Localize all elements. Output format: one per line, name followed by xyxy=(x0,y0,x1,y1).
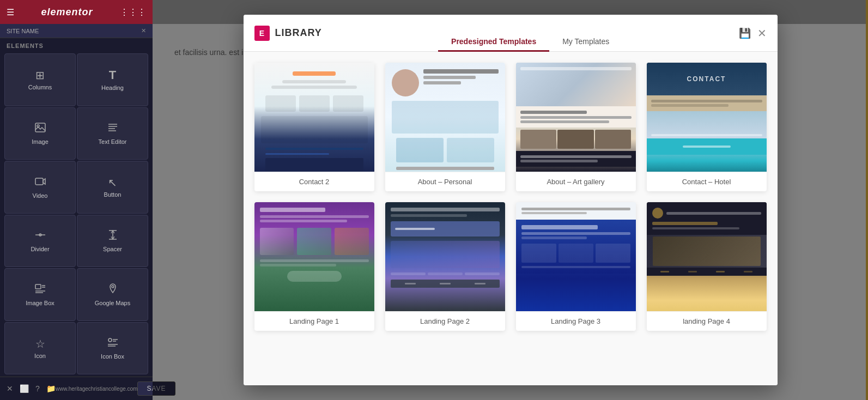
sidebar-item-button[interactable]: ↖ Button xyxy=(77,161,148,214)
template-name-about-art: About – Art gallery xyxy=(516,172,636,191)
elements-heading: ELEMENTS xyxy=(0,38,153,51)
icon-icon: ☆ xyxy=(35,337,45,350)
divider-icon xyxy=(34,229,46,244)
template-name-landing3: Landing Page 3 xyxy=(516,311,636,331)
sidebar-header: ☰ elementor ⋮⋮⋮ xyxy=(0,0,153,24)
template-card-about-personal[interactable]: About – Personal xyxy=(385,63,505,191)
sidebar: ☰ elementor ⋮⋮⋮ SITE NAME ✕ ELEMENTS ⊞ C… xyxy=(0,0,153,400)
columns-icon: ⊞ xyxy=(35,69,45,82)
sidebar-item-heading[interactable]: T Heading xyxy=(77,53,148,106)
template-preview-about-art xyxy=(516,63,636,172)
grid-icon[interactable]: ⋮⋮⋮ xyxy=(120,7,146,17)
template-card-about-art[interactable]: About – Art gallery xyxy=(516,63,636,191)
svg-rect-12 xyxy=(35,284,41,289)
sidebar-item-text-editor[interactable]: Text Editor xyxy=(77,107,148,160)
sidebar-item-icon-box[interactable]: Icon Box xyxy=(77,322,148,375)
template-card-landing3[interactable]: Landing Page 3 xyxy=(516,202,636,331)
template-preview-about-personal xyxy=(385,63,505,172)
template-preview-contact-hotel: CONTACT xyxy=(647,63,767,172)
svg-rect-0 xyxy=(35,123,45,132)
library-tabs: Predesigned Templates My Templates xyxy=(322,23,739,43)
templates-grid: Contact 2 xyxy=(254,63,767,331)
site-url: www.heritagechristiancollege.com xyxy=(56,386,138,392)
heading-label: Heading xyxy=(101,84,124,91)
sidebar-item-divider[interactable]: Divider xyxy=(4,215,76,268)
tab-my-templates[interactable]: My Templates xyxy=(549,33,622,52)
icon-box-icon xyxy=(107,336,119,351)
template-preview-landing3 xyxy=(516,202,636,311)
text-editor-icon xyxy=(107,122,119,136)
site-label-text: SITE NAME xyxy=(7,28,39,34)
library-header: E LIBRARY Predesigned Templates My Templ… xyxy=(244,15,778,52)
google-maps-label: Google Maps xyxy=(95,300,130,306)
sidebar-footer: ✕ ⬜ ? 📁 www.heritagechristiancollege.com… xyxy=(0,377,153,400)
button-label: Button xyxy=(104,191,122,198)
template-name-about-personal: About – Personal xyxy=(385,172,505,191)
library-elementor-icon: E xyxy=(254,26,270,41)
template-preview-landing2 xyxy=(385,202,505,311)
image-label: Image xyxy=(32,138,48,145)
sidebar-item-image[interactable]: Image xyxy=(4,107,76,160)
video-icon xyxy=(34,175,46,190)
responsive-icon[interactable]: ⬜ xyxy=(20,384,29,393)
sidebar-item-icon[interactable]: ☆ Icon xyxy=(4,322,76,375)
close-icon[interactable]: ✕ xyxy=(7,384,13,393)
library-modal: E LIBRARY Predesigned Templates My Templ… xyxy=(244,15,778,385)
button-icon: ↖ xyxy=(108,176,117,189)
spacer-icon xyxy=(107,229,119,244)
elementor-logo: elementor xyxy=(41,7,93,18)
hamburger-icon[interactable]: ☰ xyxy=(7,7,14,17)
library-save-icon[interactable]: 💾 xyxy=(739,27,751,39)
template-name-landing2: Landing Page 2 xyxy=(385,311,505,331)
folder-icon[interactable]: 📁 xyxy=(46,384,56,393)
template-card-contact-hotel[interactable]: CONTACT xyxy=(647,63,767,191)
template-name-landing1: Landing Page 1 xyxy=(254,311,374,331)
icon-box-label: Icon Box xyxy=(101,353,124,360)
image-box-label: Image Box xyxy=(26,300,54,306)
library-title: LIBRARY xyxy=(275,27,322,39)
template-card-contact2[interactable]: Contact 2 xyxy=(254,63,374,191)
elements-grid: ⊞ Columns T Heading Image xyxy=(0,51,153,377)
template-card-landing1[interactable]: Landing Page 1 xyxy=(254,202,374,331)
sidebar-item-spacer[interactable]: Spacer xyxy=(77,215,148,268)
svg-rect-6 xyxy=(35,178,43,185)
divider-label: Divider xyxy=(31,246,49,252)
svg-point-17 xyxy=(112,286,114,288)
svg-point-18 xyxy=(108,338,112,342)
close-sidebar-icon[interactable]: ✕ xyxy=(141,27,146,34)
tab-predesigned[interactable]: Predesigned Templates xyxy=(438,33,549,52)
sidebar-item-video[interactable]: Video xyxy=(4,161,76,214)
library-header-actions: 💾 ✕ xyxy=(739,27,767,40)
help-icon[interactable]: ? xyxy=(35,384,40,393)
template-preview-landing4 xyxy=(647,202,767,311)
template-name-landing4: landing Page 4 xyxy=(647,311,767,331)
sidebar-item-google-maps[interactable]: Google Maps xyxy=(77,268,148,321)
sidebar-item-columns[interactable]: ⊞ Columns xyxy=(4,53,76,106)
template-preview-contact2 xyxy=(254,63,374,172)
modal-overlay[interactable]: E LIBRARY Predesigned Templates My Templ… xyxy=(153,0,868,400)
image-box-icon xyxy=(34,283,46,298)
sidebar-item-image-box[interactable]: Image Box xyxy=(4,268,76,321)
template-name-contact2: Contact 2 xyxy=(254,172,374,191)
footer-icons: ✕ ⬜ ? 📁 xyxy=(7,384,56,393)
library-close-icon[interactable]: ✕ xyxy=(757,27,767,40)
heading-icon: T xyxy=(109,68,116,82)
spacer-label: Spacer xyxy=(103,246,122,252)
site-label-bar: SITE NAME ✕ xyxy=(0,24,153,38)
template-card-landing4[interactable]: landing Page 4 xyxy=(647,202,767,331)
video-label: Video xyxy=(33,192,48,199)
icon-label: Icon xyxy=(34,353,46,359)
template-preview-landing1 xyxy=(254,202,374,311)
template-card-landing2[interactable]: Landing Page 2 xyxy=(385,202,505,331)
google-maps-icon xyxy=(107,283,119,298)
library-content[interactable]: Contact 2 xyxy=(244,52,778,385)
columns-label: Columns xyxy=(28,84,52,90)
image-icon xyxy=(34,122,46,136)
template-name-contact-hotel: Contact – Hotel xyxy=(647,172,767,191)
text-editor-label: Text Editor xyxy=(99,138,127,145)
